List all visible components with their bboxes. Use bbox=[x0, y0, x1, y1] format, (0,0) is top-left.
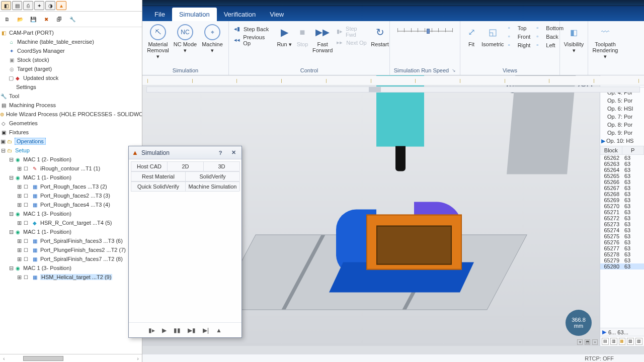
ml-btn5[interactable]: ▨ bbox=[635, 338, 642, 345]
tree-updated[interactable]: Updated stock bbox=[23, 75, 58, 81]
tab-3d[interactable]: 3D bbox=[203, 161, 240, 171]
front-view-button[interactable]: ▫Front bbox=[506, 33, 533, 41]
block-row[interactable]: 6527363 bbox=[600, 221, 644, 227]
machine-button[interactable]: ⌖Machine ▾ bbox=[200, 23, 225, 54]
block-row[interactable]: 6527663 bbox=[600, 239, 644, 245]
timeline-scrollbar[interactable]: ‹› bbox=[142, 85, 644, 94]
tree-settings[interactable]: Settings bbox=[16, 84, 36, 90]
simulation-popup[interactable]: ▲ Simulation ? ✕ Host CAD 2D 3D Rest Mat… bbox=[128, 146, 242, 338]
block-row[interactable]: 6526263 bbox=[600, 155, 644, 161]
tab-hostcad[interactable]: Host CAD bbox=[131, 161, 168, 171]
save-icon[interactable]: 💾 bbox=[28, 15, 38, 24]
block-row[interactable]: 6526963 bbox=[600, 197, 644, 203]
toolpath-rendering-button[interactable]: 〰Toolpath Rendering ▾ bbox=[591, 23, 619, 60]
ml-btn2[interactable]: ▥ bbox=[610, 338, 617, 345]
tree-tool[interactable]: Tool bbox=[9, 93, 19, 99]
tree-mac1b[interactable]: MAC 1 (1- Position) bbox=[23, 229, 71, 235]
flame-icon[interactable]: ▲ bbox=[56, 1, 66, 10]
tbtn-2[interactable]: ▤ bbox=[12, 1, 22, 10]
op-row[interactable]: Op. 8: Por bbox=[601, 121, 643, 129]
tree-campart[interactable]: CAM-Part (PORT) bbox=[9, 30, 54, 36]
op-psf3[interactable]: Port_SpiralFinish_faces3 ...T3 (6) bbox=[40, 238, 123, 244]
block-row[interactable]: 6527063 bbox=[600, 203, 644, 209]
block-row[interactable]: 6526563 bbox=[600, 173, 644, 179]
expand-icon[interactable]: ⊞ bbox=[16, 165, 22, 172]
collapse-icon[interactable]: ⊟ bbox=[8, 265, 14, 272]
close-button[interactable]: ✕ bbox=[228, 148, 238, 157]
tbtn-5[interactable]: ◑ bbox=[45, 1, 55, 10]
op-row[interactable]: Op. 9: Por bbox=[601, 129, 643, 137]
play-step-icon[interactable]: ▮▸ bbox=[148, 327, 155, 334]
tree-setup[interactable]: Setup bbox=[15, 147, 30, 153]
material-removal-button[interactable]: ⛏Material Removal ▾ bbox=[145, 23, 171, 60]
tab-simulation[interactable]: Simulation bbox=[172, 8, 217, 21]
tree-mac3b[interactable]: MAC 1 (3- Position) bbox=[23, 265, 71, 271]
tree-stock[interactable]: Stock (stock) bbox=[17, 57, 49, 63]
op-hsm[interactable]: HSM_Helical_target ...T2 (9) bbox=[40, 274, 112, 280]
expand-icon[interactable]: ⊞ bbox=[16, 247, 22, 253]
expand-icon[interactable]: ⊞ bbox=[16, 220, 22, 226]
ml-btn4[interactable]: ▧ bbox=[627, 338, 634, 345]
block-row[interactable]: 6526763 bbox=[600, 185, 644, 191]
visibility-button[interactable]: ◧Visibility ▾ bbox=[563, 23, 585, 54]
tree-operations[interactable]: Operations bbox=[15, 138, 45, 144]
fast-forward-button[interactable]: ▶▶Fast Forward bbox=[312, 23, 333, 53]
tree-mac2[interactable]: MAC 1 (2- Position) bbox=[23, 156, 71, 162]
ml-btn3[interactable]: ▦ bbox=[619, 338, 626, 345]
pause-icon[interactable]: ▮▮ bbox=[174, 327, 181, 334]
block-row[interactable]: 6527763 bbox=[600, 245, 644, 251]
expand-icon[interactable]: ⊞ bbox=[16, 238, 22, 244]
tab-view[interactable]: View bbox=[263, 8, 291, 21]
op-row[interactable]: ▶Op. 10: HS bbox=[601, 137, 643, 145]
tree-mac1a[interactable]: MAC 1 (1- Position) bbox=[23, 174, 71, 180]
op-row[interactable]: Op. 5: Por bbox=[601, 97, 643, 105]
tbtn-4[interactable]: ✦ bbox=[34, 1, 44, 10]
tab-machinesimulation[interactable]: Machine Simulation bbox=[185, 182, 240, 191]
op-ppf2[interactable]: Port_PlungeFinish_faces2 ...T2 (7) bbox=[40, 247, 126, 253]
op-prf2[interactable]: Port_Rough_faces2 ...T3 (3) bbox=[40, 193, 110, 199]
mini-close-icon[interactable]: × bbox=[592, 339, 598, 345]
previous-op-button[interactable]: ◂◂Previous Op bbox=[232, 34, 274, 47]
expand-icon[interactable]: ⊞ bbox=[16, 193, 22, 199]
tbtn-3[interactable]: ⎙ bbox=[23, 1, 33, 10]
stop-button[interactable]: ■Stop bbox=[294, 23, 310, 47]
collapse-icon[interactable]: ⊟ bbox=[8, 174, 14, 181]
tab-file[interactable]: File bbox=[147, 8, 172, 21]
tab-2d[interactable]: 2D bbox=[167, 161, 204, 171]
stop-marker-icon[interactable]: ▲ bbox=[216, 327, 222, 334]
tree-machproc[interactable]: Machining Process bbox=[9, 102, 56, 108]
expand-icon[interactable]: ⊞ bbox=[16, 184, 22, 190]
op-prf[interactable]: Port_Rough_faces ...T3 (2) bbox=[40, 184, 107, 190]
expand-icon[interactable]: ⊞ bbox=[16, 202, 22, 208]
op-prf4[interactable]: Port_Rough_faces4 ...T3 (4) bbox=[40, 202, 110, 208]
collapse-icon[interactable]: ⊟ bbox=[8, 229, 14, 235]
tab-verification[interactable]: Verification bbox=[217, 8, 263, 21]
tbtn-1[interactable]: ◧ bbox=[1, 1, 11, 10]
collapse-icon[interactable]: ⊟ bbox=[8, 211, 14, 217]
tab-solidverify[interactable]: SolidVerify bbox=[185, 171, 240, 181]
expand-icon[interactable]: ▢ bbox=[8, 75, 14, 81]
run-speed-slider[interactable] bbox=[397, 27, 453, 35]
wrench-icon[interactable]: 🔧 bbox=[67, 15, 77, 24]
block-row[interactable]: 6526363 bbox=[600, 161, 644, 167]
block-row[interactable]: 6528063 bbox=[600, 263, 644, 269]
isometric-button[interactable]: ◱Isometric bbox=[481, 23, 504, 47]
tree-mac3a[interactable]: MAC 1 (3- Position) bbox=[23, 211, 71, 217]
block-row[interactable]: 6527263 bbox=[600, 215, 644, 221]
mini-pin-icon[interactable]: ⬒ bbox=[585, 339, 590, 345]
help-button[interactable]: ? bbox=[215, 148, 225, 157]
step-back-button[interactable]: ◂▮Step Back bbox=[232, 25, 274, 33]
fit-button[interactable]: ⤢Fit bbox=[463, 23, 479, 47]
play-icon[interactable]: ▶ bbox=[162, 327, 167, 334]
tree-machine[interactable]: Machine (table_table_exercise) bbox=[17, 39, 94, 45]
op-hsr[interactable]: HSR_R_Cont_target ...T4 (5) bbox=[40, 220, 112, 226]
tree-coordsys[interactable]: CoordSys Manager bbox=[17, 48, 65, 54]
block-row[interactable]: 6527863 bbox=[600, 251, 644, 257]
copy-icon[interactable]: 🗐 bbox=[54, 15, 64, 24]
expand-icon[interactable]: ⊞ bbox=[16, 256, 22, 262]
block-list[interactable]: 6526263652636365264636526563652666365267… bbox=[600, 155, 644, 328]
collapse-icon[interactable]: ⊟ bbox=[0, 147, 6, 154]
right-view-button[interactable]: ▫Right bbox=[506, 41, 533, 49]
block-row[interactable]: 6527963 bbox=[600, 257, 644, 263]
tab-restmaterial[interactable]: Rest Material bbox=[131, 171, 186, 181]
